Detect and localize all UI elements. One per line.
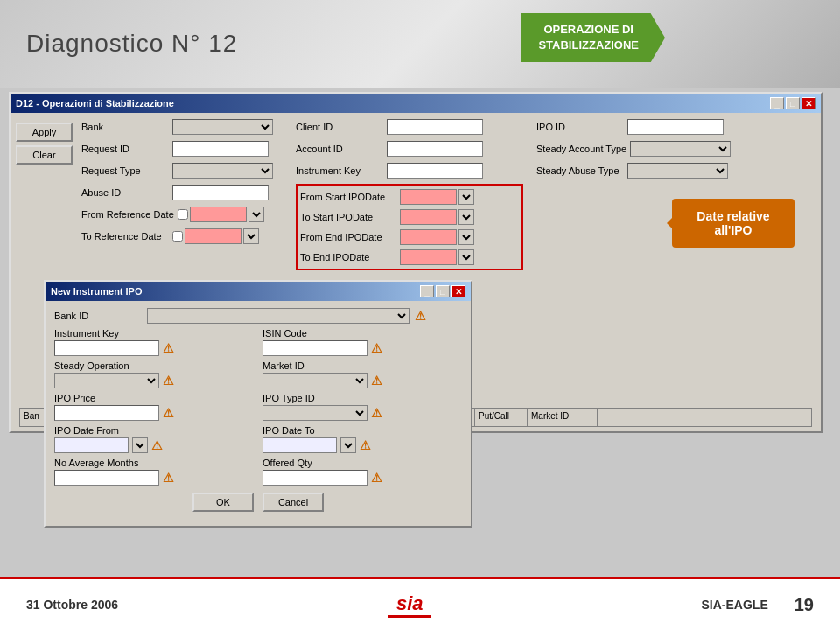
col-market-id: Market ID xyxy=(528,409,598,426)
sub-market-id-select[interactable] xyxy=(262,373,368,388)
ipo-id-input[interactable] xyxy=(627,119,724,135)
to-start-ipo-row: To Start IPODate 31/07/06 xyxy=(300,208,519,226)
main-content: D12 - Operazioni di Stabilizzazione _ □ … xyxy=(0,88,840,578)
apply-button[interactable]: Apply xyxy=(16,122,73,142)
sub-steady-op-row: ⚠ xyxy=(54,373,254,388)
account-id-input[interactable] xyxy=(387,141,483,157)
sub-ipo-type-field: IPO Type ID ⚠ xyxy=(262,393,462,421)
from-end-ipo-picker: 31/07/06 xyxy=(400,229,474,245)
sub-instrument-key-row: ⚠ xyxy=(54,340,254,356)
footer-right-section: SIA-EAGLE 19 xyxy=(702,595,814,615)
to-ref-date-select[interactable] xyxy=(243,228,259,244)
to-ref-date-checkbox[interactable] xyxy=(172,231,183,242)
sub-ipo-date-to-select[interactable] xyxy=(340,438,356,453)
sub-market-id-label: Market ID xyxy=(262,360,462,371)
bank-select[interactable] xyxy=(172,119,273,135)
to-end-ipo-input[interactable]: 31/07/06 xyxy=(400,249,457,265)
sub-ipo-date-from-input[interactable]: 01/08/2006 xyxy=(54,438,129,453)
sub-close-button[interactable]: ✕ xyxy=(452,285,466,298)
from-ref-date-checkbox[interactable] xyxy=(178,209,188,220)
sub-offered-qty-label: Offered Qty xyxy=(262,458,462,468)
ipo-id-row: IPO ID xyxy=(536,118,731,136)
instrument-key-label: Instrument Key xyxy=(296,165,383,176)
sub-isin-input[interactable] xyxy=(262,340,368,356)
sub-cancel-button[interactable]: Cancel xyxy=(262,493,324,512)
request-type-row: Request Type xyxy=(81,162,283,179)
request-id-input[interactable] xyxy=(172,141,269,157)
steady-account-type-select[interactable] xyxy=(630,141,731,157)
sub-ipo-date-to-field: IPO Date To 01/08/2006 ⚠ xyxy=(262,425,462,453)
from-start-ipo-select[interactable] xyxy=(458,189,474,205)
sub-no-avg-months-input[interactable] xyxy=(54,470,159,486)
sub-dialog-new-instrument: New Instrument IPO _ □ ✕ Bank ID ⚠ Instr… xyxy=(44,280,472,528)
sub-fields-grid: Instrument Key ⚠ ISIN Code ⚠ Ste xyxy=(54,328,462,486)
account-id-label: Account ID xyxy=(296,144,383,154)
sub-minimize-button[interactable]: _ xyxy=(420,285,434,298)
from-start-ipo-input[interactable]: 31/07/06 xyxy=(400,189,457,205)
to-ref-date-input[interactable]: 31/07/06 xyxy=(185,228,242,244)
bank-row: Bank xyxy=(81,118,283,136)
ipo-type-warn-icon: ⚠ xyxy=(371,406,382,420)
sub-ipo-price-label: IPO Price xyxy=(54,393,254,403)
to-start-ipo-select[interactable] xyxy=(458,209,474,225)
form-col-2: Client ID Account ID Instrument Key From… xyxy=(296,118,523,270)
clear-button[interactable]: Clear xyxy=(16,145,73,164)
to-start-ipo-label: To Start IPODate xyxy=(300,212,396,222)
sub-dialog-titlebar: New Instrument IPO _ □ ✕ xyxy=(46,282,471,301)
sub-dialog-footer: OK Cancel xyxy=(54,486,462,519)
sub-steady-op-select[interactable] xyxy=(54,373,159,388)
sub-offered-qty-row: ⚠ xyxy=(262,470,462,486)
footer-page-number: 19 xyxy=(794,595,814,615)
from-ref-date-row: From Reference Date 31/07/06 xyxy=(81,206,283,223)
from-ref-date-select[interactable] xyxy=(248,206,264,222)
maximize-button[interactable]: □ xyxy=(786,97,800,109)
request-type-label: Request Type xyxy=(81,165,169,176)
footer-logo: sia xyxy=(388,592,431,618)
ipo-id-label: IPO ID xyxy=(536,122,624,132)
client-id-label: Client ID xyxy=(296,122,383,132)
sub-ipo-date-to-input[interactable]: 01/08/2006 xyxy=(262,438,337,453)
sub-dialog-controls: _ □ ✕ xyxy=(420,285,466,298)
close-button[interactable]: ✕ xyxy=(802,97,816,109)
ipo-price-warn-icon: ⚠ xyxy=(163,406,174,420)
request-type-select[interactable] xyxy=(172,163,273,178)
sub-bank-id-select[interactable] xyxy=(147,308,410,324)
client-id-input[interactable] xyxy=(387,119,483,135)
to-end-ipo-select[interactable] xyxy=(458,249,474,265)
sub-ok-button[interactable]: OK xyxy=(192,493,254,512)
steady-account-type-row: Steady Account Type xyxy=(536,140,731,158)
steady-abuse-type-select[interactable] xyxy=(627,163,728,178)
sub-dialog-title: New Instrument IPO xyxy=(51,286,143,297)
operation-badge: OPERAZIONE DI STABILIZZAZIONE xyxy=(521,13,665,62)
col-put-call: Put/Call xyxy=(475,409,528,426)
from-ref-date-input[interactable]: 31/07/06 xyxy=(190,206,247,222)
steady-account-type-label: Steady Account Type xyxy=(536,144,626,154)
to-start-ipo-picker: 31/07/06 xyxy=(400,209,474,225)
sub-ipo-date-to-label: IPO Date To xyxy=(262,425,462,436)
sub-maximize-button[interactable]: □ xyxy=(436,285,450,298)
action-buttons: Apply Clear xyxy=(16,118,73,270)
sub-ipo-type-select[interactable] xyxy=(262,405,368,421)
sub-ipo-type-label: IPO Type ID xyxy=(262,393,462,403)
market-id-warn-icon: ⚠ xyxy=(371,374,382,388)
sub-steady-op-field: Steady Operation ⚠ xyxy=(54,360,254,388)
sub-bank-id-label: Bank ID xyxy=(54,311,142,321)
to-start-ipo-input[interactable]: 31/07/06 xyxy=(400,209,457,225)
from-end-ipo-input[interactable]: 31/07/06 xyxy=(400,229,457,245)
instrument-key-row: Instrument Key xyxy=(296,162,523,179)
date-callout: Date relative all'IPO xyxy=(672,199,794,248)
sub-ipo-date-from-select[interactable] xyxy=(132,438,148,453)
header: Diagnostico N° 12 OPERAZIONE DI STABILIZ… xyxy=(0,0,840,88)
steady-abuse-type-row: Steady Abuse Type xyxy=(536,162,731,179)
steady-op-warn-icon: ⚠ xyxy=(163,374,174,388)
minimize-button[interactable]: _ xyxy=(770,97,784,109)
instrument-key-input[interactable] xyxy=(387,163,483,178)
from-end-ipo-select[interactable] xyxy=(458,229,474,245)
sub-ipo-price-input[interactable] xyxy=(54,405,159,421)
no-avg-months-warn-icon: ⚠ xyxy=(163,471,174,485)
bank-warn-icon: ⚠ xyxy=(415,309,426,323)
abuse-id-input[interactable] xyxy=(172,185,269,200)
sub-instrument-key-input[interactable] xyxy=(54,340,159,356)
sub-offered-qty-input[interactable] xyxy=(262,470,368,486)
from-ref-date-picker: 31/07/06 xyxy=(178,206,264,222)
